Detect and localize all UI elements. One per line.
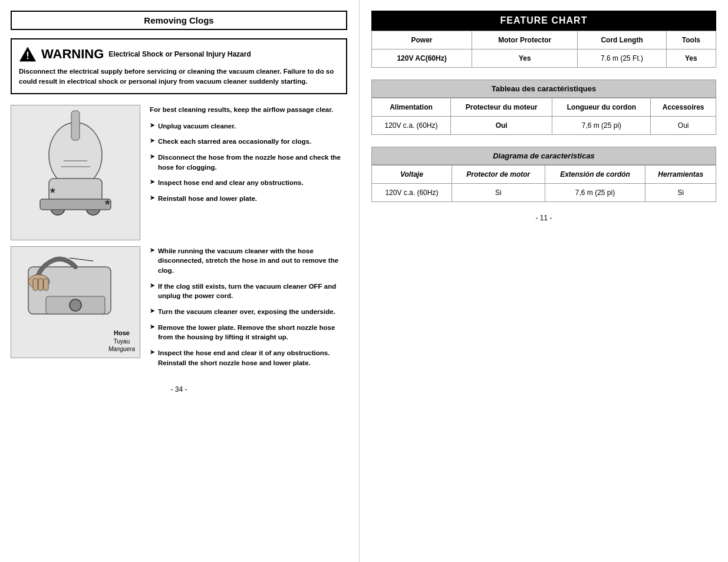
- tableau-header-protecteur: Protecteur du moteur: [450, 98, 552, 117]
- tableau-header-alimentation: Alimentation: [372, 98, 451, 117]
- hose-label-line1: Hose: [114, 329, 130, 336]
- steps-list-top: Unplug vacuum cleaner. Check each starre…: [150, 121, 347, 204]
- tableau-header-accessoires: Accessoires: [651, 98, 716, 117]
- page-number-right: - 11 -: [371, 214, 716, 222]
- warning-body: Disconnect the electrical supply before …: [19, 67, 339, 87]
- top-instructions-block: For best cleaning results, keep the airf…: [150, 105, 347, 240]
- svg-rect-14: [33, 279, 38, 290]
- step-1: Unplug vacuum cleaner.: [150, 121, 347, 131]
- vacuum-image-bottom: Hose Tuyau Manguera: [11, 246, 140, 358]
- instructions-block-bottom: While running the vacuum cleaner with th…: [150, 246, 347, 374]
- diagrama-header-row: Voltaje Protector de motor Extensión de …: [372, 166, 716, 184]
- diagrama-cell-herramientas: Si: [645, 184, 716, 202]
- tableau-section: Tableau des caractéristiques Alimentatio…: [371, 80, 716, 135]
- svg-point-18: [70, 299, 81, 311]
- svg-rect-15: [38, 279, 43, 290]
- warning-box: ! WARNING Electrical Shock or Personal I…: [11, 38, 347, 94]
- feature-chart-title: FEATURE CHART: [371, 11, 716, 31]
- svg-rect-16: [44, 279, 48, 290]
- diagrama-data-row: 120V c.a. (60Hz) Si 7,6 m (25 pi) Si: [372, 184, 716, 202]
- svg-rect-7: [40, 199, 111, 210]
- vacuum-image-top: ★ ★: [11, 105, 140, 240]
- diagrama-section: Diagrama de características Voltaje Prot…: [371, 147, 716, 202]
- step-10: Inspect the hose end and clear it of any…: [150, 348, 347, 368]
- tableau-cell-longueur: 7,6 m (25 pi): [552, 117, 651, 135]
- feature-chart-cell-motor: Yes: [472, 49, 578, 68]
- svg-line-19: [70, 258, 93, 261]
- feature-chart-section: FEATURE CHART Power Motor Protector Cord…: [371, 11, 716, 68]
- right-panel: FEATURE CHART Power Motor Protector Cord…: [360, 0, 728, 562]
- feature-chart-table: Power Motor Protector Cord Length Tools …: [371, 31, 716, 68]
- step-7: If the clog still exists, turn the vacuu…: [150, 282, 347, 301]
- feature-chart-header-tools: Tools: [666, 31, 716, 49]
- top-instructions-text: For best cleaning results, keep the airf…: [150, 105, 347, 114]
- step-6: While running the vacuum cleaner with th…: [150, 246, 347, 276]
- tableau-cell-accessoires: Oui: [651, 117, 716, 135]
- diagrama-header-protector: Protector de motor: [452, 166, 545, 184]
- warning-header: ! WARNING Electrical Shock or Personal I…: [19, 45, 339, 63]
- tableau-header-row: Alimentation Protecteur du moteur Longue…: [372, 98, 716, 117]
- feature-chart-cell-tools: Yes: [666, 49, 716, 68]
- section-title: Removing Clogs: [11, 11, 347, 30]
- steps-list-bottom: While running the vacuum cleaner with th…: [150, 246, 347, 368]
- feature-chart-header-cord: Cord Length: [578, 31, 666, 49]
- tableau-title: Tableau des caractéristiques: [371, 80, 716, 98]
- tableau-header-longueur: Longueur du cordon: [552, 98, 651, 117]
- step-4: Inspect hose end and clear any obstructi…: [150, 178, 347, 188]
- feature-chart-header-row: Power Motor Protector Cord Length Tools: [372, 31, 716, 49]
- tableau-cell-alimentation: 120V c.a. (60Hz): [372, 117, 451, 135]
- feature-chart-data-row: 120V AC(60Hz) Yes 7.6 m (25 Ft.) Yes: [372, 49, 716, 68]
- hose-label: Hose Tuyau Manguera: [108, 329, 135, 352]
- bottom-content-row: Hose Tuyau Manguera While running the va…: [11, 246, 347, 374]
- step-8: Turn the vacuum cleaner over, exposing t…: [150, 307, 347, 317]
- page-number-left: - 34 -: [11, 385, 347, 394]
- feature-chart-cell-power: 120V AC(60Hz): [372, 49, 472, 68]
- diagrama-header-extension: Extensión de cordón: [545, 166, 645, 184]
- tableau-data-row: 120V c.a. (60Hz) Oui 7,6 m (25 pi) Oui: [372, 117, 716, 135]
- feature-chart-cell-cord: 7.6 m (25 Ft.): [578, 49, 666, 68]
- tableau-cell-protecteur: Oui: [450, 117, 552, 135]
- diagrama-header-herramientas: Herramientas: [645, 166, 716, 184]
- feature-chart-header-motor: Motor Protector: [472, 31, 578, 49]
- left-panel: Removing Clogs ! WARNING Electrical Shoc…: [0, 0, 360, 562]
- warning-title: WARNING: [41, 47, 104, 62]
- top-content-row: ★ ★ For best cleaning results, keep the …: [11, 105, 347, 240]
- diagrama-table: Voltaje Protector de motor Extensión de …: [371, 165, 716, 202]
- diagrama-title: Diagrama de características: [371, 147, 716, 165]
- warning-subtitle: Electrical Shock or Personal Injury Haza…: [108, 50, 251, 58]
- step-2: Check each starred area occasionally for…: [150, 137, 347, 147]
- diagrama-cell-extension: 7,6 m (25 pi): [545, 184, 645, 202]
- feature-chart-header-power: Power: [372, 31, 472, 49]
- step-3: Disconnect the hose from the nozzle hose…: [150, 153, 347, 172]
- svg-text:★: ★: [49, 186, 57, 195]
- diagrama-cell-protector: Si: [452, 184, 545, 202]
- svg-rect-4: [49, 178, 102, 202]
- hose-label-line3: Manguera: [108, 346, 135, 352]
- hose-label-line2: Tuyau: [114, 338, 130, 345]
- svg-rect-3: [71, 111, 80, 140]
- step-9: Remove the lower plate. Remove the short…: [150, 323, 347, 342]
- tableau-table: Alimentation Protecteur du moteur Longue…: [371, 98, 716, 135]
- warning-icon: !: [19, 45, 37, 63]
- svg-text:★: ★: [104, 197, 111, 207]
- diagrama-header-voltaje: Voltaje: [372, 166, 452, 184]
- svg-text:!: !: [26, 50, 29, 61]
- step-5: Reinstall hose and lower plate.: [150, 194, 347, 204]
- diagrama-cell-voltaje: 120V c.a. (60Hz): [372, 184, 452, 202]
